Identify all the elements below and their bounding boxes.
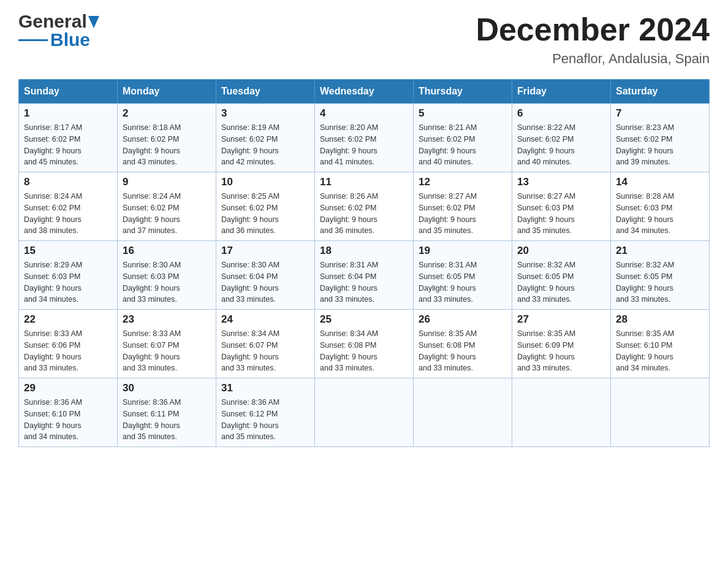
table-row: 1 Sunrise: 8:17 AMSunset: 6:02 PMDayligh… <box>19 104 118 172</box>
day-info: Sunrise: 8:24 AMSunset: 6:02 PMDaylight:… <box>123 191 211 237</box>
table-row: 27 Sunrise: 8:35 AMSunset: 6:09 PMDaylig… <box>512 310 611 378</box>
table-row: 8 Sunrise: 8:24 AMSunset: 6:02 PMDayligh… <box>19 172 118 241</box>
table-row <box>611 378 710 447</box>
table-row: 26 Sunrise: 8:35 AMSunset: 6:08 PMDaylig… <box>414 310 512 378</box>
day-info: Sunrise: 8:33 AMSunset: 6:07 PMDaylight:… <box>123 328 211 374</box>
day-number: 15 <box>24 245 112 257</box>
header-thursday: Thursday <box>414 80 512 104</box>
day-info: Sunrise: 8:24 AMSunset: 6:02 PMDaylight:… <box>24 191 112 237</box>
day-number: 11 <box>320 176 408 188</box>
table-row <box>414 378 512 447</box>
day-number: 29 <box>24 382 112 394</box>
day-number: 10 <box>221 176 309 188</box>
day-info: Sunrise: 8:30 AMSunset: 6:04 PMDaylight:… <box>221 259 309 305</box>
table-row: 11 Sunrise: 8:26 AMSunset: 6:02 PMDaylig… <box>315 172 414 241</box>
day-number: 16 <box>123 245 211 257</box>
day-info: Sunrise: 8:31 AMSunset: 6:04 PMDaylight:… <box>320 259 408 305</box>
table-row: 18 Sunrise: 8:31 AMSunset: 6:04 PMDaylig… <box>315 241 414 310</box>
day-info: Sunrise: 8:23 AMSunset: 6:02 PMDaylight:… <box>616 122 704 168</box>
table-row: 2 Sunrise: 8:18 AMSunset: 6:02 PMDayligh… <box>118 104 216 172</box>
table-row <box>315 378 414 447</box>
calendar-table: Sunday Monday Tuesday Wednesday Thursday… <box>18 79 710 447</box>
day-number: 22 <box>24 313 112 326</box>
day-number: 12 <box>419 176 507 188</box>
table-row: 28 Sunrise: 8:35 AMSunset: 6:10 PMDaylig… <box>611 310 710 378</box>
day-info: Sunrise: 8:26 AMSunset: 6:02 PMDaylight:… <box>320 191 408 237</box>
day-info: Sunrise: 8:30 AMSunset: 6:03 PMDaylight:… <box>123 259 211 305</box>
day-info: Sunrise: 8:31 AMSunset: 6:05 PMDaylight:… <box>419 259 507 305</box>
header-tuesday: Tuesday <box>216 80 315 104</box>
day-info: Sunrise: 8:34 AMSunset: 6:08 PMDaylight:… <box>320 328 408 374</box>
table-row: 17 Sunrise: 8:30 AMSunset: 6:04 PMDaylig… <box>216 241 315 310</box>
table-row: 15 Sunrise: 8:29 AMSunset: 6:03 PMDaylig… <box>19 241 118 310</box>
header-sunday: Sunday <box>19 80 118 104</box>
table-row: 24 Sunrise: 8:34 AMSunset: 6:07 PMDaylig… <box>216 310 315 378</box>
page-header: General Blue December 2024 Penaflor, And… <box>18 12 710 67</box>
day-number: 14 <box>616 176 704 188</box>
table-row: 19 Sunrise: 8:31 AMSunset: 6:05 PMDaylig… <box>414 241 512 310</box>
day-number: 24 <box>221 313 309 326</box>
logo-general-text: General <box>18 12 87 31</box>
day-number: 26 <box>419 313 507 326</box>
header-friday: Friday <box>512 80 611 104</box>
day-number: 2 <box>123 107 211 120</box>
header-monday: Monday <box>118 80 216 104</box>
table-row: 9 Sunrise: 8:24 AMSunset: 6:02 PMDayligh… <box>118 172 216 241</box>
day-info: Sunrise: 8:33 AMSunset: 6:06 PMDaylight:… <box>24 328 112 374</box>
table-row: 10 Sunrise: 8:25 AMSunset: 6:02 PMDaylig… <box>216 172 315 241</box>
day-number: 27 <box>517 313 605 326</box>
table-row: 30 Sunrise: 8:36 AMSunset: 6:11 PMDaylig… <box>118 378 216 447</box>
header-wednesday: Wednesday <box>315 80 414 104</box>
day-info: Sunrise: 8:29 AMSunset: 6:03 PMDaylight:… <box>24 259 112 305</box>
day-info: Sunrise: 8:32 AMSunset: 6:05 PMDaylight:… <box>616 259 704 305</box>
day-info: Sunrise: 8:27 AMSunset: 6:02 PMDaylight:… <box>419 191 507 237</box>
day-number: 18 <box>320 245 408 257</box>
day-number: 5 <box>419 107 507 120</box>
logo: General Blue <box>18 12 99 50</box>
calendar-body: 1 Sunrise: 8:17 AMSunset: 6:02 PMDayligh… <box>19 104 710 447</box>
day-info: Sunrise: 8:35 AMSunset: 6:10 PMDaylight:… <box>616 328 704 374</box>
title-section: December 2024 Penaflor, Andalusia, Spain <box>476 12 710 67</box>
day-info: Sunrise: 8:27 AMSunset: 6:03 PMDaylight:… <box>517 191 605 237</box>
day-number: 31 <box>221 382 309 394</box>
day-info: Sunrise: 8:36 AMSunset: 6:12 PMDaylight:… <box>221 397 309 443</box>
table-row: 21 Sunrise: 8:32 AMSunset: 6:05 PMDaylig… <box>611 241 710 310</box>
logo-blue-text: Blue <box>50 29 90 50</box>
svg-marker-0 <box>88 16 99 28</box>
day-info: Sunrise: 8:21 AMSunset: 6:02 PMDaylight:… <box>419 122 507 168</box>
day-info: Sunrise: 8:35 AMSunset: 6:08 PMDaylight:… <box>419 328 507 374</box>
day-number: 25 <box>320 313 408 326</box>
day-info: Sunrise: 8:20 AMSunset: 6:02 PMDaylight:… <box>320 122 408 168</box>
day-info: Sunrise: 8:22 AMSunset: 6:02 PMDaylight:… <box>517 122 605 168</box>
table-row: 5 Sunrise: 8:21 AMSunset: 6:02 PMDayligh… <box>414 104 512 172</box>
logo-triangle-icon <box>88 16 99 28</box>
day-info: Sunrise: 8:28 AMSunset: 6:03 PMDaylight:… <box>616 191 704 237</box>
table-row: 3 Sunrise: 8:19 AMSunset: 6:02 PMDayligh… <box>216 104 315 172</box>
day-info: Sunrise: 8:18 AMSunset: 6:02 PMDaylight:… <box>123 122 211 168</box>
day-number: 23 <box>123 313 211 326</box>
day-info: Sunrise: 8:34 AMSunset: 6:07 PMDaylight:… <box>221 328 309 374</box>
table-row: 14 Sunrise: 8:28 AMSunset: 6:03 PMDaylig… <box>611 172 710 241</box>
table-row: 13 Sunrise: 8:27 AMSunset: 6:03 PMDaylig… <box>512 172 611 241</box>
day-number: 13 <box>517 176 605 188</box>
day-number: 21 <box>616 245 704 257</box>
calendar-header: Sunday Monday Tuesday Wednesday Thursday… <box>19 80 710 104</box>
table-row: 4 Sunrise: 8:20 AMSunset: 6:02 PMDayligh… <box>315 104 414 172</box>
table-row: 6 Sunrise: 8:22 AMSunset: 6:02 PMDayligh… <box>512 104 611 172</box>
location-subtitle: Penaflor, Andalusia, Spain <box>476 51 710 67</box>
header-saturday: Saturday <box>611 80 710 104</box>
table-row: 12 Sunrise: 8:27 AMSunset: 6:02 PMDaylig… <box>414 172 512 241</box>
table-row: 7 Sunrise: 8:23 AMSunset: 6:02 PMDayligh… <box>611 104 710 172</box>
day-number: 17 <box>221 245 309 257</box>
day-number: 28 <box>616 313 704 326</box>
day-number: 6 <box>517 107 605 120</box>
table-row: 23 Sunrise: 8:33 AMSunset: 6:07 PMDaylig… <box>118 310 216 378</box>
day-info: Sunrise: 8:19 AMSunset: 6:02 PMDaylight:… <box>221 122 309 168</box>
table-row: 31 Sunrise: 8:36 AMSunset: 6:12 PMDaylig… <box>216 378 315 447</box>
day-number: 8 <box>24 176 112 188</box>
day-info: Sunrise: 8:17 AMSunset: 6:02 PMDaylight:… <box>24 122 112 168</box>
day-number: 30 <box>123 382 211 394</box>
table-row: 29 Sunrise: 8:36 AMSunset: 6:10 PMDaylig… <box>19 378 118 447</box>
table-row <box>512 378 611 447</box>
day-number: 7 <box>616 107 704 120</box>
